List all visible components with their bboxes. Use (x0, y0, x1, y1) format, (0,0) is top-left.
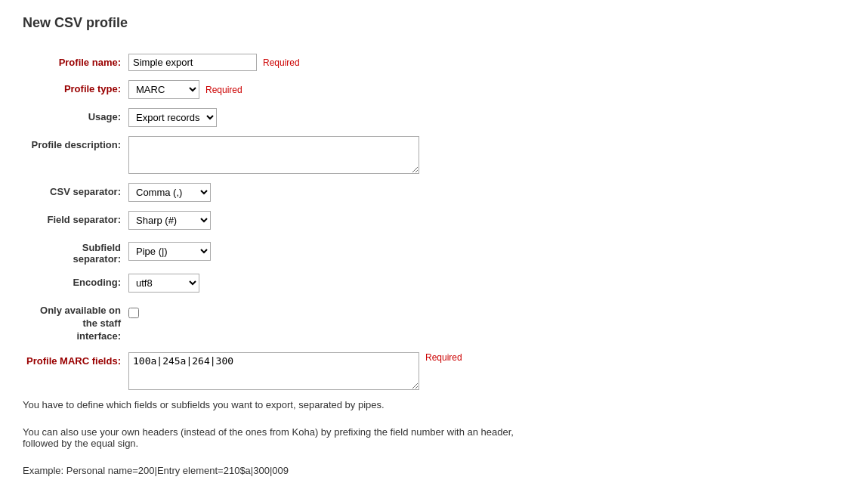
page-title: New CSV profile (23, 15, 845, 31)
subfield-separator-select[interactable]: Pipe (|) Comma (,) Semicolon (;) Tab Sha… (128, 242, 211, 261)
help-text-3: Example: Personal name=200|Entry element… (23, 465, 551, 476)
encoding-select[interactable]: utf8 iso-8859-1 marc8 (128, 274, 199, 293)
profile-description-textarea[interactable] (128, 136, 419, 174)
field-separator-label: Field separator: (23, 211, 128, 225)
usage-select[interactable]: Export records Import records (128, 108, 217, 127)
profile-name-required: Required (263, 57, 300, 68)
profile-type-select[interactable]: MARC Authorities (128, 80, 199, 99)
subfield-separator-label: Subfieldseparator: (23, 239, 128, 265)
only-staff-checkbox[interactable] (128, 308, 139, 318)
usage-label: Usage: (23, 108, 128, 122)
csv-separator-select[interactable]: Comma (,) Semicolon (;) Tab Pipe (|) (128, 183, 211, 202)
only-staff-label: Only available onthe staffinterface: (23, 302, 128, 343)
profile-type-label: Profile type: (23, 80, 128, 94)
encoding-label: Encoding: (23, 274, 128, 288)
profile-name-label: Profile name: (23, 54, 128, 68)
profile-marc-label: Profile MARC fields: (23, 352, 128, 367)
field-separator-select[interactable]: Sharp (#) Comma (,) Semicolon (;) Tab Pi… (128, 211, 211, 230)
csv-separator-label: CSV separator: (23, 183, 128, 197)
help-text-1: You have to define which fields or subfi… (23, 399, 551, 410)
profile-type-required: Required (205, 85, 242, 95)
profile-name-input[interactable] (128, 54, 257, 71)
profile-marc-required: Required (425, 352, 462, 363)
help-text-2: You can also use your own headers (inste… (23, 426, 551, 449)
profile-marc-textarea[interactable]: 100a|245a|264|300 (128, 352, 419, 390)
profile-description-label: Profile description: (23, 136, 128, 150)
